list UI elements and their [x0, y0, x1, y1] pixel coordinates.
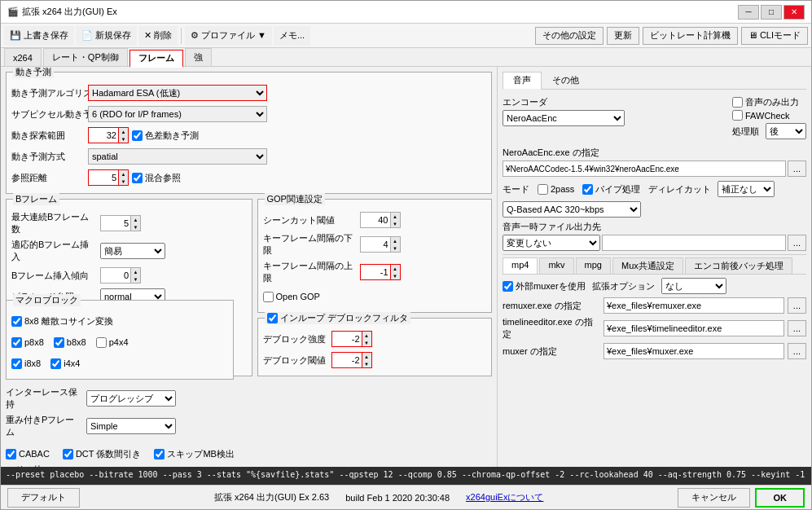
muxer-browse[interactable]: ...	[788, 343, 806, 359]
new-save-button[interactable]: 📄 新規保存	[76, 26, 137, 46]
cabac-label[interactable]: CABAC	[6, 449, 50, 459]
other-settings-button[interactable]: その他の設定	[535, 27, 604, 45]
quality-select[interactable]: Q-Based AAC 320~kbps	[503, 201, 641, 218]
skip-mb-checkbox[interactable]	[154, 449, 165, 459]
i8x8-checkbox[interactable]	[11, 358, 22, 369]
delete-button[interactable]: ✕ 削除	[138, 26, 178, 46]
temp-file-select[interactable]: 変更しない	[503, 235, 600, 251]
encoder-select[interactable]: NeroAacEnc	[503, 110, 625, 126]
nero-path-browse[interactable]: ...	[788, 160, 806, 177]
remuxer-browse[interactable]: ...	[788, 297, 806, 314]
nero-path-input[interactable]: ¥NeroAACCodec-1.5.4¥win32¥neroAacEnc.exe	[503, 160, 786, 177]
transform-checkbox[interactable]	[11, 316, 22, 327]
faw-check-checkbox[interactable]	[732, 110, 743, 121]
external-muxer-checkbox[interactable]	[503, 281, 513, 292]
deblock-strength-up[interactable]: ▲	[362, 332, 371, 339]
interlace-select[interactable]: プログレッシブ	[86, 390, 176, 407]
tab-mp4[interactable]: mp4	[503, 257, 538, 274]
deblock-strength-spinbox[interactable]: ▲ ▼	[331, 331, 372, 347]
transform-label[interactable]: 8x8 離散コサイン変換	[11, 315, 113, 328]
bframe-direction-down[interactable]: ▼	[131, 275, 140, 283]
update-button[interactable]: 更新	[607, 27, 639, 45]
ok-button[interactable]: OK	[755, 488, 805, 508]
tab-frame[interactable]: フレーム	[129, 50, 183, 68]
bframe-direction-input[interactable]	[101, 268, 130, 283]
delay-select[interactable]: 補正なし	[718, 181, 775, 197]
no-audio-label[interactable]: 音声のみ出力	[732, 96, 806, 108]
pipe-checkbox[interactable]	[582, 184, 593, 195]
bitrate-calc-button[interactable]: ビットレート計算機	[643, 27, 738, 45]
extension-option-select[interactable]: なし	[661, 278, 726, 294]
pipe-label[interactable]: パイプ処理	[582, 183, 640, 196]
save-button[interactable]: 💾 上書き保存	[4, 26, 74, 46]
timeline-browse[interactable]: ...	[788, 320, 806, 336]
max-bframe-down[interactable]: ▼	[131, 223, 140, 231]
p4x4-checkbox[interactable]	[96, 337, 107, 348]
skip-mb-label[interactable]: スキップMB検出	[154, 448, 235, 460]
faw-check-label[interactable]: FAWCheck	[732, 110, 806, 121]
dct-label[interactable]: DCT 係数間引き	[63, 448, 141, 460]
timeline-path[interactable]: ¥exe_files¥timelineeditor.exe	[604, 320, 784, 336]
mixed-ref-label[interactable]: 混合参照	[132, 172, 181, 184]
keyframe-max-down[interactable]: ▼	[391, 272, 400, 279]
tab-mux-common[interactable]: Mux共通設定	[612, 257, 683, 274]
other-tab[interactable]: その他	[542, 72, 590, 89]
p4x4-label[interactable]: p4x4	[96, 337, 129, 348]
deblock-checkbox[interactable]	[267, 313, 278, 323]
deblock-threshold-down[interactable]: ▼	[362, 360, 371, 367]
keyframe-min-down[interactable]: ▼	[391, 244, 400, 252]
deblock-title[interactable]: インループ デブロックフィルタ	[265, 312, 410, 324]
i4x4-label[interactable]: i4x4	[50, 358, 80, 369]
temp-file-browse[interactable]: ...	[788, 235, 806, 251]
tab-batch[interactable]: エンコ前後バッチ処理	[685, 257, 792, 274]
dct-checkbox[interactable]	[63, 449, 73, 459]
tab-mkv[interactable]: mkv	[539, 257, 573, 274]
muxer-path[interactable]: ¥exe_files¥muxer.exe	[604, 343, 784, 359]
i8x8-label[interactable]: i8x8	[11, 358, 41, 369]
default-button[interactable]: デフォルト	[7, 488, 80, 508]
search-range-down[interactable]: ▼	[119, 135, 128, 143]
ref-distance-down[interactable]: ▼	[119, 178, 128, 185]
p8x8-checkbox[interactable]	[11, 337, 22, 348]
keyframe-max-up[interactable]: ▲	[391, 265, 400, 272]
twopass-checkbox[interactable]	[538, 184, 548, 195]
search-range-input[interactable]: 32	[89, 128, 118, 143]
minimize-button[interactable]: ─	[738, 5, 759, 20]
deblock-threshold-spinbox[interactable]: ▲ ▼	[331, 352, 372, 368]
about-link[interactable]: x264guiExについて	[466, 491, 543, 503]
ref-distance-input[interactable]: 5	[89, 170, 118, 185]
twopass-label[interactable]: 2pass	[538, 184, 574, 195]
search-range-up[interactable]: ▲	[119, 128, 128, 135]
maximize-button[interactable]: □	[761, 5, 782, 20]
remuxer-path[interactable]: ¥exe_files¥remuxer.exe	[604, 297, 784, 314]
color-diff-checkbox[interactable]	[132, 130, 143, 141]
keyframe-min-input[interactable]	[361, 237, 390, 252]
deblock-threshold-input[interactable]	[332, 353, 362, 367]
adaptive-bframe-select[interactable]: 簡易	[100, 243, 165, 259]
p8x8-label[interactable]: p8x8	[11, 337, 44, 348]
tab-rate[interactable]: レート・QP制御	[43, 48, 128, 66]
scene-cut-up[interactable]: ▲	[391, 213, 400, 220]
color-diff-label[interactable]: 色差動き予測	[132, 130, 199, 142]
max-bframe-up[interactable]: ▲	[131, 216, 140, 223]
algorithm-select[interactable]: Hadamard ESA (低速)	[88, 85, 267, 101]
ref-distance-up[interactable]: ▲	[119, 170, 128, 178]
deblock-strength-input[interactable]	[332, 332, 362, 346]
profile-button[interactable]: ⚙ プロファイル ▼	[185, 26, 272, 46]
subpixel-select[interactable]: 6 (RDO for I/P frames)	[88, 106, 267, 122]
cli-mode-button[interactable]: 🖥 CLIモード	[741, 27, 808, 45]
b8x8-label[interactable]: b8x8	[54, 337, 86, 348]
scene-cut-down[interactable]: ▼	[391, 220, 400, 227]
tab-strong[interactable]: 強	[185, 48, 212, 66]
method-select[interactable]: spatial	[88, 148, 267, 165]
ref-distance-spinbox[interactable]: 5 ▲ ▼	[88, 169, 129, 186]
external-muxer-label[interactable]: 外部muxerを使用	[503, 280, 586, 292]
weighted-p-select[interactable]: Simple	[86, 418, 176, 434]
tab-mpg[interactable]: mpg	[576, 257, 611, 274]
max-bframe-input[interactable]	[101, 216, 130, 231]
temp-file-path[interactable]	[602, 235, 786, 251]
processing-order-select[interactable]: 後	[766, 123, 806, 139]
no-audio-checkbox[interactable]	[732, 97, 743, 108]
max-bframe-spinbox[interactable]: ▲ ▼	[100, 215, 141, 231]
deblock-strength-down[interactable]: ▼	[362, 339, 371, 346]
